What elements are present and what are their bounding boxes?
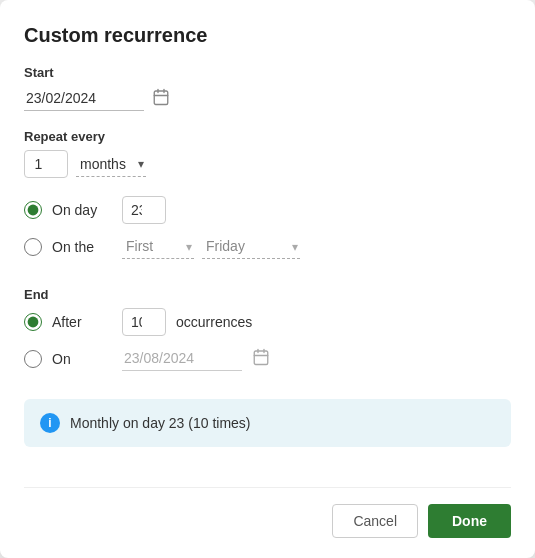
repeat-label: Repeat every [24,129,511,144]
occurrences-label: occurrences [176,314,252,330]
end-section: End After occurrences On [24,287,511,381]
svg-rect-4 [254,351,268,365]
on-day-label[interactable]: On day [52,202,112,218]
custom-recurrence-dialog: Custom recurrence Start Repeat every day… [0,0,535,558]
end-on-row: On [24,346,511,371]
end-on-date-input[interactable] [122,346,242,371]
on-the-label[interactable]: On the [52,239,112,255]
repeat-unit-select[interactable]: days weeks months years [76,152,146,177]
done-button[interactable]: Done [428,504,511,538]
end-after-radio[interactable] [24,313,42,331]
repeat-row: days weeks months years [24,150,511,178]
after-row: After occurrences [24,308,511,336]
start-date-row [24,86,511,111]
start-date-input[interactable] [24,86,144,111]
on-the-radio[interactable] [24,238,42,256]
svg-rect-0 [154,91,168,105]
on-the-day-select[interactable]: Monday Tuesday Wednesday Thursday Friday… [202,234,300,259]
end-label: End [24,287,511,302]
start-label: Start [24,65,511,80]
info-icon: i [40,413,60,433]
dialog-footer: Cancel Done [24,487,511,558]
end-on-label[interactable]: On [52,351,112,367]
summary-box: i Monthly on day 23 (10 times) [24,399,511,447]
on-day-radio[interactable] [24,201,42,219]
dialog-title: Custom recurrence [24,24,511,47]
start-calendar-icon[interactable] [152,88,170,110]
end-on-radio[interactable] [24,350,42,368]
recurrence-options: On day On the First Second Third Fourth … [24,196,511,269]
end-calendar-icon[interactable] [252,348,270,370]
end-occurrences-input[interactable] [122,308,166,336]
on-the-row: On the First Second Third Fourth Last Mo… [24,234,511,259]
on-day-row: On day [24,196,511,224]
repeat-unit-wrapper: days weeks months years [76,152,146,177]
summary-text: Monthly on day 23 (10 times) [70,415,251,431]
repeat-number-input[interactable] [24,150,68,178]
on-the-selects: First Second Third Fourth Last Monday Tu… [122,234,300,259]
on-the-position-select[interactable]: First Second Third Fourth Last [122,234,194,259]
end-after-label[interactable]: After [52,314,112,330]
start-section: Start [24,65,511,111]
on-the-position-wrapper: First Second Third Fourth Last [122,234,194,259]
on-the-day-wrapper: Monday Tuesday Wednesday Thursday Friday… [202,234,300,259]
repeat-section: Repeat every days weeks months years [24,129,511,178]
cancel-button[interactable]: Cancel [332,504,418,538]
on-day-number-input[interactable] [122,196,166,224]
